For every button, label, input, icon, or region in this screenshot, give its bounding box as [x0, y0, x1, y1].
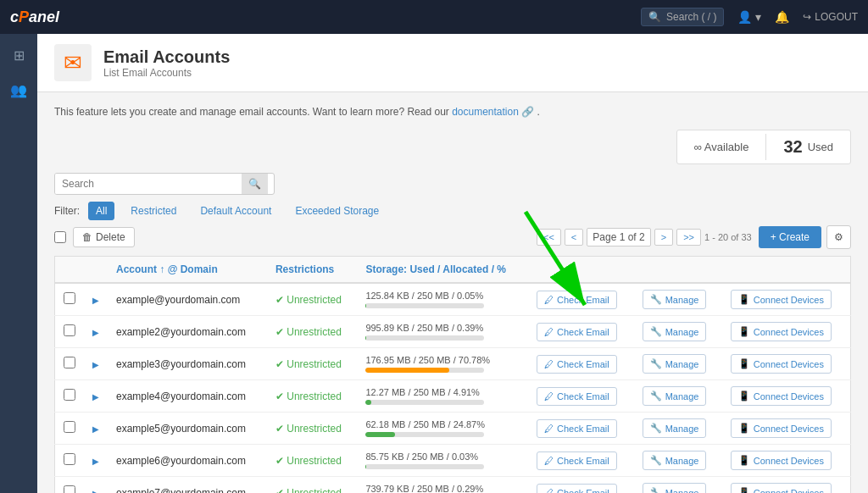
check-email-button[interactable]: 🖊 Check Email	[537, 355, 617, 374]
row-checkbox[interactable]	[64, 292, 75, 304]
right-controls: << < Page 1 of 2 > >> 1 - 20 of 33 + Cre…	[537, 225, 851, 249]
progress-bar-wrap	[365, 335, 484, 341]
row-expand-cell[interactable]: ▶	[84, 445, 108, 477]
connect-devices-button[interactable]: 📱 Connect Devices	[731, 290, 832, 309]
row-storage: 995.89 KB / 250 MB / 0.39%	[357, 316, 528, 348]
last-page-button[interactable]: >>	[676, 229, 701, 246]
stats-box: ∞ Available 32 Used	[676, 130, 851, 164]
expand-icon[interactable]: ▶	[92, 392, 99, 402]
gear-button[interactable]: ⚙	[826, 225, 851, 249]
info-bar: This feature lets you create and manage …	[54, 106, 851, 118]
available-stat: ∞ Available	[677, 134, 767, 160]
row-check-email-cell: 🖊 Check Email	[528, 283, 634, 316]
row-checkbox[interactable]	[64, 324, 75, 336]
check-email-button[interactable]: 🖊 Check Email	[537, 323, 617, 341]
global-search[interactable]: 🔍 Search ( / )	[641, 8, 724, 26]
row-manage-cell: 🔧 Manage	[634, 283, 722, 316]
check-email-button[interactable]: 🖊 Check Email	[537, 451, 617, 470]
row-connect-cell: 📱 Connect Devices	[722, 445, 851, 477]
expand-icon[interactable]: ▶	[92, 360, 99, 369]
row-storage: 176.95 MB / 250 MB / 70.78%	[357, 348, 528, 380]
row-checkbox[interactable]	[64, 453, 75, 465]
row-check-email-cell: 🖊 Check Email	[528, 477, 634, 494]
filter-all-button[interactable]: All	[88, 202, 114, 220]
check-email-button[interactable]: 🖊 Check Email	[537, 419, 617, 438]
manage-button[interactable]: 🔧 Manage	[643, 483, 707, 493]
th-connect	[722, 257, 851, 284]
row-checkbox[interactable]	[64, 421, 75, 433]
row-restriction: ✔ Unrestricted	[267, 413, 358, 445]
notifications-icon[interactable]: 🔔	[775, 10, 789, 24]
connect-devices-button[interactable]: 📱 Connect Devices	[731, 451, 832, 470]
search-input[interactable]	[55, 174, 242, 194]
connect-icon: 📱	[738, 391, 750, 402]
manage-button[interactable]: 🔧 Manage	[643, 354, 707, 374]
row-expand-cell[interactable]: ▶	[84, 316, 108, 348]
expand-icon[interactable]: ▶	[92, 457, 99, 466]
check-email-button[interactable]: 🖊 Check Email	[537, 387, 617, 406]
select-all-checkbox[interactable]	[54, 231, 66, 243]
action-left: 🗑 Delete	[54, 227, 135, 247]
progress-bar-wrap	[365, 368, 484, 373]
top-navigation: cPanel 🔍 Search ( / ) 👤 ▾ 🔔 ↪ LOGOUT	[0, 0, 868, 34]
row-expand-cell[interactable]: ▶	[84, 477, 108, 494]
row-manage-cell: 🔧 Manage	[634, 413, 722, 445]
table-row: ▶ example3@yourdomain.com ✔ Unrestricted…	[55, 348, 851, 380]
row-connect-cell: 📱 Connect Devices	[722, 477, 851, 494]
connect-devices-button[interactable]: 📱 Connect Devices	[731, 322, 832, 341]
connect-devices-button[interactable]: 📱 Connect Devices	[731, 386, 832, 406]
manage-button[interactable]: 🔧 Manage	[643, 451, 707, 470]
row-expand-cell[interactable]: ▶	[84, 413, 108, 445]
check-email-icon: 🖊	[544, 456, 554, 466]
row-expand-cell[interactable]: ▶	[84, 380, 108, 413]
row-expand-cell[interactable]: ▶	[84, 348, 108, 380]
manage-button[interactable]: 🔧 Manage	[643, 290, 707, 309]
row-checkbox[interactable]	[64, 485, 75, 493]
filter-exceeded-button[interactable]: Exceeded Storage	[287, 202, 387, 220]
first-page-button[interactable]: <<	[537, 229, 561, 246]
sidebar-grid-icon[interactable]: ⊞	[8, 42, 30, 69]
page-info: Page 1 of 2	[587, 228, 650, 246]
logout-button[interactable]: ↪ LOGOUT	[803, 11, 858, 23]
email-accounts-table: Account ↑ @ Domain Restrictions Storage:…	[54, 256, 851, 493]
page-count: 1 - 20 of 33	[704, 232, 752, 242]
progress-bar-wrap	[365, 464, 484, 469]
expand-icon[interactable]: ▶	[92, 296, 99, 305]
connect-devices-button[interactable]: 📱 Connect Devices	[731, 418, 832, 438]
row-checkbox[interactable]	[64, 389, 75, 401]
connect-devices-button[interactable]: 📱 Connect Devices	[731, 483, 832, 493]
search-box[interactable]: 🔍	[54, 173, 275, 195]
documentation-link[interactable]: documentation 🔗	[452, 106, 537, 118]
delete-button[interactable]: 🗑 Delete	[73, 227, 135, 247]
expand-icon[interactable]: ▶	[92, 328, 99, 337]
manage-button[interactable]: 🔧 Manage	[643, 322, 707, 341]
create-button[interactable]: + Create	[759, 226, 821, 248]
email-icon: ✉	[64, 50, 82, 76]
table-row: ▶ example4@yourdomain.com ✔ Unrestricted…	[55, 380, 851, 413]
filter-restricted-button[interactable]: Restricted	[123, 202, 184, 220]
row-checkbox-cell	[55, 283, 85, 316]
row-checkbox[interactable]	[64, 357, 75, 368]
expand-icon[interactable]: ▶	[92, 424, 99, 434]
row-expand-cell[interactable]: ▶	[84, 283, 108, 316]
row-checkbox-cell	[55, 380, 85, 413]
prev-page-button[interactable]: <	[565, 229, 583, 246]
th-account[interactable]: Account ↑ @ Domain	[108, 257, 267, 284]
sidebar-users-icon[interactable]: 👥	[5, 77, 32, 103]
search-button[interactable]: 🔍	[242, 174, 268, 194]
row-connect-cell: 📱 Connect Devices	[722, 283, 851, 316]
user-menu-icon[interactable]: 👤 ▾	[737, 10, 761, 24]
manage-button[interactable]: 🔧 Manage	[643, 386, 707, 406]
top-right-buttons: + Create ⚙	[759, 225, 851, 249]
connect-devices-button[interactable]: 📱 Connect Devices	[731, 354, 832, 374]
filter-default-button[interactable]: Default Account	[192, 202, 279, 220]
sidebar: ⊞ 👥	[0, 34, 37, 493]
table-header-row: Account ↑ @ Domain Restrictions Storage:…	[55, 257, 851, 284]
page-title: Email Accounts	[103, 47, 230, 67]
connect-icon: 📱	[738, 358, 750, 369]
check-email-button[interactable]: 🖊 Check Email	[537, 291, 617, 309]
expand-icon[interactable]: ▶	[92, 489, 99, 494]
next-page-button[interactable]: >	[654, 229, 673, 246]
manage-button[interactable]: 🔧 Manage	[643, 418, 707, 438]
check-email-button[interactable]: 🖊 Check Email	[537, 484, 617, 494]
